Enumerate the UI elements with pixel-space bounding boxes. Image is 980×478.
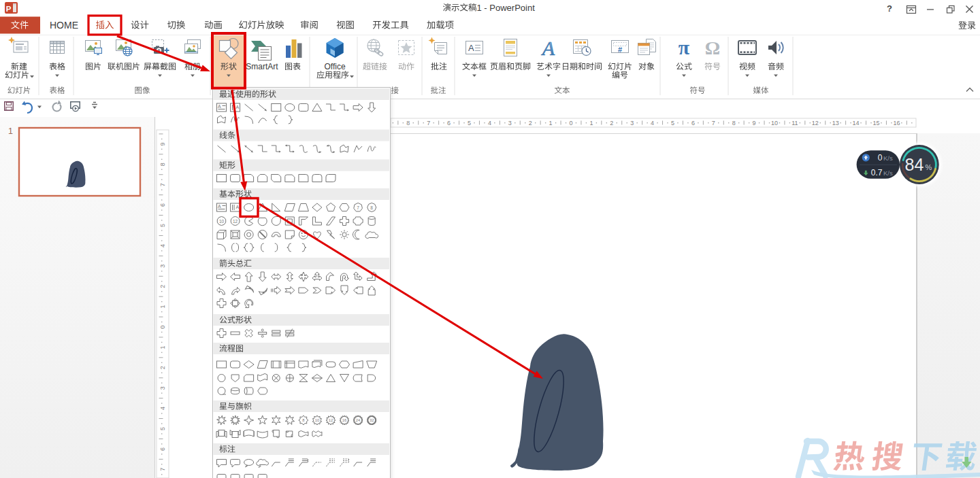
- svg-text:16: 16: [342, 418, 346, 422]
- svg-text:0.7: 0.7: [871, 168, 883, 177]
- svg-text:12: 12: [812, 120, 819, 126]
- svg-text:15: 15: [872, 120, 879, 126]
- svg-text:1: 1: [589, 120, 593, 126]
- svg-text:3: 3: [159, 386, 166, 390]
- svg-text:4: 4: [488, 120, 491, 126]
- svg-text:32: 32: [370, 418, 374, 422]
- svg-text:4: 4: [159, 407, 166, 410]
- svg-text:A: A: [468, 43, 474, 53]
- svg-text:10: 10: [315, 418, 319, 422]
- svg-text:5: 5: [159, 224, 166, 227]
- svg-text:14: 14: [853, 120, 860, 126]
- svg-text:12: 12: [329, 418, 333, 422]
- svg-text:π: π: [679, 36, 690, 58]
- svg-text:8: 8: [370, 205, 373, 210]
- svg-text:%: %: [926, 163, 932, 171]
- svg-text:6: 6: [159, 203, 166, 207]
- svg-text:2: 2: [610, 120, 613, 126]
- svg-text:8: 8: [159, 163, 166, 166]
- svg-text:1: 1: [159, 345, 166, 349]
- svg-text:A: A: [236, 105, 240, 109]
- svg-text:4: 4: [651, 120, 654, 126]
- svg-text:9: 9: [753, 120, 756, 126]
- svg-text:K/s: K/s: [883, 154, 893, 162]
- svg-text:11: 11: [791, 120, 798, 126]
- svg-text:0: 0: [159, 325, 166, 328]
- svg-text:2: 2: [159, 366, 166, 369]
- svg-text:16: 16: [893, 120, 900, 126]
- svg-text:3: 3: [508, 120, 512, 126]
- svg-text:7: 7: [159, 183, 166, 186]
- svg-text:1: 1: [549, 120, 553, 126]
- svg-text:A: A: [218, 104, 221, 109]
- svg-text:13: 13: [832, 120, 839, 126]
- svg-text:6: 6: [691, 120, 695, 126]
- svg-text:10: 10: [771, 120, 778, 126]
- svg-text:P: P: [6, 5, 12, 13]
- svg-text:A: A: [218, 204, 221, 209]
- svg-text:Office: Office: [324, 62, 345, 71]
- svg-text:#: #: [618, 46, 622, 54]
- svg-text:8: 8: [302, 418, 304, 422]
- svg-text:7: 7: [357, 205, 359, 210]
- svg-text:K/s: K/s: [883, 169, 893, 177]
- svg-text:5: 5: [468, 120, 471, 126]
- svg-text:6: 6: [447, 120, 451, 126]
- svg-text:HOME: HOME: [50, 20, 78, 31]
- svg-text:A: A: [236, 205, 240, 209]
- svg-text:9: 9: [159, 142, 166, 146]
- svg-text:Ω: Ω: [705, 37, 720, 58]
- svg-text:5: 5: [159, 427, 166, 430]
- svg-text:3: 3: [159, 264, 166, 268]
- svg-text:8: 8: [406, 120, 410, 126]
- svg-text:2: 2: [159, 285, 166, 288]
- svg-text:24: 24: [356, 418, 361, 422]
- svg-text:7: 7: [159, 468, 166, 471]
- svg-text:?: ?: [887, 3, 892, 14]
- svg-text:12: 12: [233, 219, 238, 224]
- svg-text:1: 1: [8, 126, 13, 136]
- svg-text:7: 7: [712, 120, 715, 126]
- svg-text:0: 0: [878, 153, 883, 163]
- svg-text:6: 6: [159, 447, 166, 451]
- svg-text:2: 2: [529, 120, 532, 126]
- svg-text:3: 3: [630, 120, 634, 126]
- svg-text:0: 0: [569, 120, 572, 126]
- svg-text:7: 7: [427, 120, 430, 126]
- svg-text:1: 1: [159, 305, 166, 309]
- svg-text:84: 84: [905, 155, 924, 174]
- svg-text:SmartArt: SmartArt: [246, 62, 278, 71]
- svg-text:10: 10: [219, 219, 225, 224]
- svg-text:8: 8: [732, 120, 736, 126]
- svg-text:A: A: [541, 37, 555, 59]
- svg-text:5: 5: [671, 120, 674, 126]
- svg-text:1 - PowerPoint: 1 - PowerPoint: [477, 3, 536, 13]
- svg-text:4: 4: [159, 244, 166, 247]
